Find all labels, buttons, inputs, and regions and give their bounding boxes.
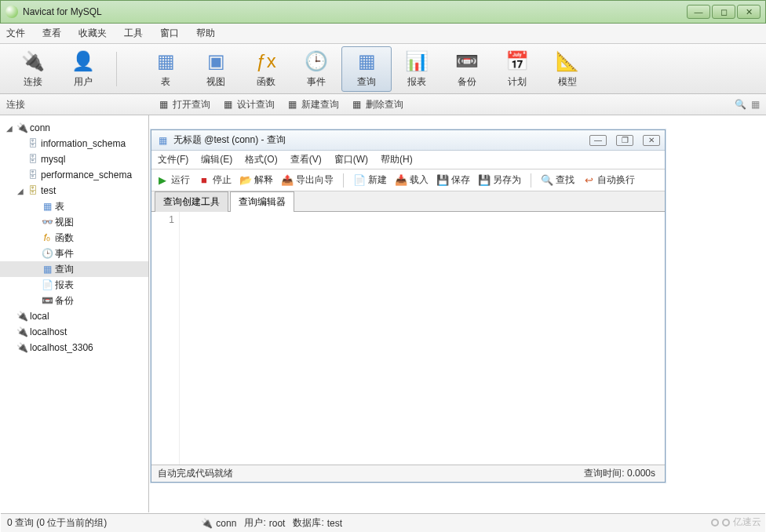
run-button[interactable]: ▶运行 [156,173,190,187]
toolbar-event[interactable]: 🕒 事件 [291,46,341,92]
connection-icon: 🔌 [16,341,28,354]
new-query-icon: ▦ [286,98,298,111]
delete-query-button[interactable]: ▦删除查询 [350,98,403,111]
toolbar-separator [116,52,117,86]
toolbar-report[interactable]: 📊 报表 [392,46,442,92]
toolbar-model[interactable]: 📐 模型 [542,46,593,92]
status-database: 数据库: test [293,516,342,530]
stop-button[interactable]: ■停止 [198,173,232,187]
status-connection: 🔌 conn [201,518,236,529]
export-button[interactable]: 📤导出向导 [281,173,334,187]
menu-view[interactable]: 查看 [42,27,61,40]
query-maximize-button[interactable]: ❐ [616,135,633,146]
toolbar-backup[interactable]: 📼 备份 [442,46,492,92]
report-icon: 📊 [404,49,429,74]
toolbar-function[interactable]: ƒx 函数 [241,46,291,92]
tree-backups[interactable]: 📼备份 [0,293,148,308]
subtoolbar-label: 连接 [0,98,149,111]
report-icon: 📄 [41,279,53,291]
query-toolbar: ▶运行 ■停止 📂解释 📤导出向导 📄新建 📥载入 💾保存 💾另存为 🔍查找 ↩… [151,169,665,191]
search-icon[interactable]: 🔍 [735,99,746,110]
backup-icon: 📼 [454,49,480,74]
connection-icon: 🔌 [201,518,213,529]
plug-icon: 🔌 [20,49,46,74]
new-icon: 📄 [353,174,366,187]
wrap-icon: ↩ [582,174,595,187]
tree-db-mysql[interactable]: 🗄mysql [0,151,148,167]
explain-button[interactable]: 📂解释 [239,173,273,187]
status-user: 用户: root [244,516,285,530]
grid-icon[interactable]: ▦ [751,99,760,110]
close-button[interactable]: ✕ [737,5,761,19]
find-button[interactable]: 🔍查找 [541,173,574,187]
main-toolbar: 🔌 连接 👤 用户 ▦ 表 ▣ 视图 ƒx 函数 🕒 事件 ▦ 查询 📊 报表 … [0,44,766,94]
open-query-button[interactable]: ▦打开查询 [157,98,210,111]
new-query-button[interactable]: ▦新建查询 [286,98,339,111]
database-active-icon: 🗄 [27,184,39,197]
toolbar-view[interactable]: ▣ 视图 [191,46,241,92]
tab-query-editor[interactable]: 查询编辑器 [230,191,294,212]
query-menu-window[interactable]: 窗口(W) [334,153,368,166]
menu-favorites[interactable]: 收藏夹 [78,27,107,40]
query-menu-help[interactable]: 帮助(H) [381,153,413,166]
tree-reports[interactable]: 📄报表 [0,277,148,293]
query-titlebar: ▦ 无标题 @test (conn) - 查询 — ❐ ✕ [151,130,665,151]
tree-views[interactable]: 👓视图 [0,214,148,230]
query-icon: ▦ [354,49,379,74]
query-menu-format[interactable]: 格式(O) [245,153,277,166]
tree-conn[interactable]: ◢🔌conn [0,120,148,136]
query-minimize-button[interactable]: — [589,135,607,146]
toolbar-separator [343,173,344,188]
menu-tools[interactable]: 工具 [124,27,143,40]
query-statusbar: 自动完成代码就绪 查询时间: 0.000s [151,465,665,482]
query-status-right: 查询时间: 0.000s [584,467,665,480]
menu-file[interactable]: 文件 [6,27,25,40]
tree-localhost[interactable]: 🔌localhost [0,324,148,340]
save-as-button[interactable]: 💾另存为 [478,173,521,187]
schedule-icon: 📅 [505,49,530,74]
maximize-button[interactable]: ◻ [712,5,735,19]
load-icon: 📥 [395,174,407,187]
editor-code[interactable] [180,212,665,465]
event-icon: 🕒 [304,49,329,74]
connection-tree[interactable]: ◢🔌conn 🗄information_schema 🗄mysql 🗄perfo… [0,115,149,512]
tree-db-performance-schema[interactable]: 🗄performance_schema [0,167,148,183]
new-button[interactable]: 📄新建 [353,173,387,187]
design-query-button[interactable]: ▦设计查询 [221,98,275,111]
load-button[interactable]: 📥载入 [395,173,429,187]
toolbar-user[interactable]: 👤 用户 [58,46,108,92]
table-icon: ▦ [153,49,178,74]
save-as-icon: 💾 [478,174,491,187]
query-close-button[interactable]: ✕ [643,135,660,146]
toolbar-schedule[interactable]: 📅 计划 [492,46,542,92]
status-left: 0 查询 (0 位于当前的组) [7,516,107,530]
toolbar-connect[interactable]: 🔌 连接 [8,46,58,92]
tree-db-test[interactable]: ◢🗄test [0,183,148,199]
tree-events[interactable]: 🕒事件 [0,246,148,261]
tree-functions[interactable]: f₀函数 [0,230,148,246]
tree-local[interactable]: 🔌local [0,308,148,324]
tree-queries[interactable]: ▦查询 [0,261,148,277]
tab-query-builder[interactable]: 查询创建工具 [155,191,228,212]
menu-window[interactable]: 窗口 [160,27,179,40]
query-menubar: 文件(F) 编辑(E) 格式(O) 查看(V) 窗口(W) 帮助(H) [151,151,665,169]
toolbar-separator [531,173,531,188]
toolbar-table[interactable]: ▦ 表 [140,46,191,92]
explain-icon: 📂 [239,174,252,187]
tree-localhost-3306[interactable]: 🔌localhost_3306 [0,340,148,355]
menu-help[interactable]: 帮助 [196,27,215,40]
tree-tables[interactable]: ▦表 [0,199,148,214]
query-editor[interactable]: 1 [151,212,665,465]
tree-db-information-schema[interactable]: 🗄information_schema [0,136,148,151]
user-icon: 👤 [71,49,96,74]
save-button[interactable]: 💾保存 [436,173,470,187]
query-menu-edit[interactable]: 编辑(E) [201,153,232,166]
line-number-1: 1 [151,214,174,225]
database-icon: 🗄 [27,153,39,166]
wrap-button[interactable]: ↩自动换行 [582,173,635,187]
minimize-button[interactable]: — [687,5,710,19]
query-menu-view[interactable]: 查看(V) [290,153,322,166]
query-menu-file[interactable]: 文件(F) [158,153,188,166]
function-icon: ƒx [254,49,279,74]
toolbar-query[interactable]: ▦ 查询 [341,46,392,92]
